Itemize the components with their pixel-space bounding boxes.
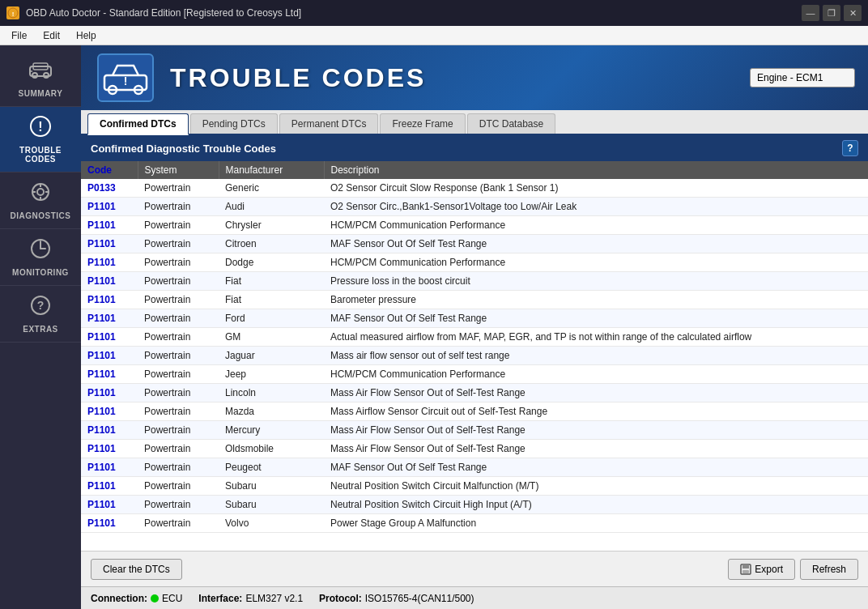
cell-description: Mass Airflow Sensor Circuit out of Self-… (324, 402, 868, 421)
cell-description: MAF Sensor Out Of Self Test Range (324, 458, 868, 477)
col-header-system: System (138, 161, 219, 179)
interface-status: Interface: ELM327 v2.1 (198, 593, 303, 604)
cell-manufacturer: Lincoln (219, 384, 324, 402)
table-row[interactable]: P1101 Powertrain Dodge HCM/PCM Communica… (81, 253, 868, 272)
tab-pending-dtcs[interactable]: Pending DTCs (190, 113, 278, 134)
cell-system: Powertrain (138, 440, 219, 458)
cell-code: P1101 (81, 328, 138, 347)
cell-manufacturer: Subaru (219, 477, 324, 496)
cell-manufacturer: Fiat (219, 272, 324, 291)
cell-manufacturer: Volvo (219, 514, 324, 533)
cell-manufacturer: Ford (219, 309, 324, 328)
extras-icon: ? (29, 294, 52, 322)
col-header-code: Code (81, 161, 138, 179)
cell-description: MAF Sensor Out Of Self Test Range (324, 235, 868, 253)
table-row[interactable]: P1101 Powertrain Jeep HCM/PCM Communicat… (81, 365, 868, 384)
table-row[interactable]: P1101 Powertrain Audi O2 Sensor Circ.,Ba… (81, 198, 868, 216)
diagnostics-icon (29, 181, 52, 208)
table-section-title: Confirmed Diagnostic Trouble Codes (91, 143, 276, 155)
cell-system: Powertrain (138, 309, 219, 328)
cell-description: Mass Air Flow Sensor Out of Self-Test Ra… (324, 421, 868, 440)
extras-label: EXTRAS (23, 325, 58, 334)
cell-system: Powertrain (138, 384, 219, 402)
cell-system: Powertrain (138, 216, 219, 235)
table-row[interactable]: P1101 Powertrain Oldsmobile Mass Air Flo… (81, 440, 868, 458)
cell-description: MAF Sensor Out Of Self Test Range (324, 309, 868, 328)
engine-select[interactable]: Engine - ECM1 Engine - ECM2 (750, 68, 855, 87)
cell-manufacturer: Audi (219, 198, 324, 216)
content-area: ! TROUBLE CODES Engine - ECM1 Engine - E… (81, 45, 868, 609)
table-row[interactable]: P1101 Powertrain Mazda Mass Airflow Sens… (81, 402, 868, 421)
cell-manufacturer: Citroen (219, 235, 324, 253)
cell-description: HCM/PCM Communication Performance (324, 365, 868, 384)
table-row[interactable]: P1101 Powertrain Subaru Neutral Position… (81, 477, 868, 496)
table-row[interactable]: P1101 Powertrain Lincoln Mass Air Flow S… (81, 384, 868, 402)
sidebar-item-summary[interactable]: SUMMARY (0, 52, 81, 107)
cell-system: Powertrain (138, 179, 219, 198)
cell-code: P1101 (81, 198, 138, 216)
table-row[interactable]: P1101 Powertrain Volvo Power Stage Group… (81, 514, 868, 533)
main-layout: SUMMARY ! TROUBLE CODES (0, 45, 868, 609)
close-button[interactable]: ✕ (844, 5, 862, 21)
cell-manufacturer: Dodge (219, 253, 324, 272)
menu-file[interactable]: File (3, 28, 35, 43)
clear-dtcs-button[interactable]: Clear the DTCs (91, 559, 182, 580)
svg-text:!: ! (38, 120, 42, 134)
export-button[interactable]: Export (728, 559, 795, 580)
minimize-button[interactable]: — (802, 5, 819, 21)
tab-confirmed-dtcs[interactable]: Confirmed DTCs (87, 113, 189, 135)
menu-help[interactable]: Help (68, 28, 104, 43)
cell-system: Powertrain (138, 198, 219, 216)
dtc-table[interactable]: Code System Manufacturer Description P01… (81, 161, 868, 551)
tab-dtc-database[interactable]: DTC Database (467, 113, 555, 134)
cell-code: P1101 (81, 402, 138, 421)
cell-code: P0133 (81, 179, 138, 198)
cell-description: Power Stage Group A Malfunction (324, 514, 868, 533)
table-row[interactable]: P1101 Powertrain Subaru Neutral Position… (81, 496, 868, 514)
tab-freeze-frame[interactable]: Freeze Frame (380, 113, 465, 134)
table-row[interactable]: P1101 Powertrain Fiat Barometer pressure (81, 291, 868, 309)
trouble-codes-label: TROUBLE CODES (3, 146, 78, 164)
svg-text:!: ! (124, 75, 128, 87)
maximize-button[interactable]: ❐ (823, 5, 840, 21)
cell-description: Mass air flow sensor out of self test ra… (324, 347, 868, 365)
cell-description: Actual measured airflow from MAF, MAP, E… (324, 328, 868, 347)
table-header-row: Confirmed Diagnostic Trouble Codes ? (81, 135, 868, 161)
cell-manufacturer: Subaru (219, 496, 324, 514)
cell-description: HCM/PCM Communication Performance (324, 253, 868, 272)
sidebar-item-trouble-codes[interactable]: ! TROUBLE CODES (0, 107, 81, 172)
tab-permanent-dtcs[interactable]: Permanent DTCs (279, 113, 379, 134)
cell-code: P1101 (81, 477, 138, 496)
sidebar-item-extras[interactable]: ? EXTRAS (0, 286, 81, 343)
table-row[interactable]: P1101 Powertrain Jaguar Mass air flow se… (81, 347, 868, 365)
title-bar: ! OBD Auto Doctor - Standard Edition [Re… (0, 0, 868, 26)
table-row[interactable]: P1101 Powertrain Peugeot MAF Sensor Out … (81, 458, 868, 477)
cell-code: P1101 (81, 216, 138, 235)
app-title: OBD Auto Doctor - Standard Edition [Regi… (26, 7, 795, 19)
cell-code: P1101 (81, 272, 138, 291)
table-row[interactable]: P1101 Powertrain Chrysler HCM/PCM Commun… (81, 216, 868, 235)
cell-manufacturer: Oldsmobile (219, 440, 324, 458)
cell-code: P1101 (81, 514, 138, 533)
diagnostics-label: DIAGNOSTICS (11, 211, 71, 220)
table-row[interactable]: P1101 Powertrain Ford MAF Sensor Out Of … (81, 309, 868, 328)
table-row[interactable]: P1101 Powertrain GM Actual measured airf… (81, 328, 868, 347)
table-row[interactable]: P0133 Powertrain Generic O2 Sensor Circu… (81, 179, 868, 198)
sidebar-item-monitoring[interactable]: MONITORING (0, 229, 81, 286)
table-row[interactable]: P1101 Powertrain Fiat Pressure loss in t… (81, 272, 868, 291)
dtc-data-table: Code System Manufacturer Description P01… (81, 161, 868, 533)
table-row[interactable]: P1101 Powertrain Mercury Mass Air Flow S… (81, 421, 868, 440)
refresh-button[interactable]: Refresh (800, 559, 858, 580)
cell-code: P1101 (81, 235, 138, 253)
help-badge[interactable]: ? (842, 140, 858, 156)
cell-manufacturer: Peugeot (219, 458, 324, 477)
header-icon-container: ! (97, 53, 154, 102)
header-title: TROUBLE CODES (170, 63, 426, 93)
cell-code: P1101 (81, 253, 138, 272)
svg-rect-25 (742, 564, 749, 569)
sidebar-item-diagnostics[interactable]: DIAGNOSTICS (0, 172, 81, 229)
table-row[interactable]: P1101 Powertrain Citroen MAF Sensor Out … (81, 235, 868, 253)
cell-system: Powertrain (138, 402, 219, 421)
cell-system: Powertrain (138, 253, 219, 272)
menu-edit[interactable]: Edit (35, 28, 68, 43)
